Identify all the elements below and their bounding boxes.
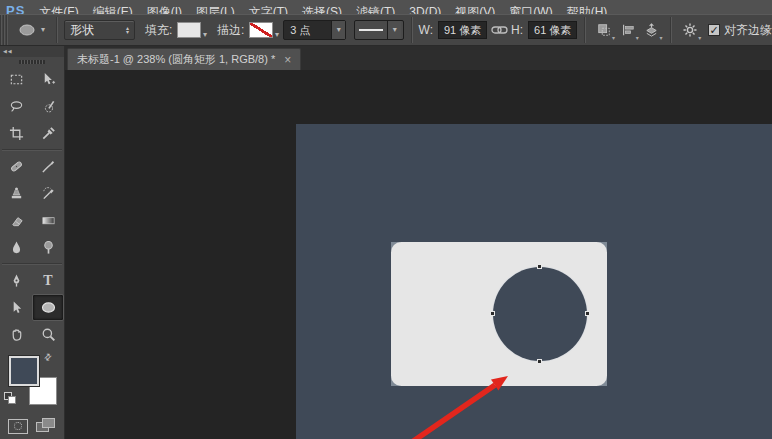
pasteboard [65,70,772,439]
move-tool[interactable] [32,66,64,93]
crop-tool[interactable] [0,120,32,147]
path-operations-button[interactable]: ▾ [594,19,614,41]
foreground-color-swatch[interactable] [9,356,39,386]
zoom-tool[interactable] [32,321,64,348]
lasso-icon [9,99,24,114]
eyedropper-tool[interactable] [32,120,64,147]
path-operations-icon [597,23,611,37]
rectangular-marquee-tool[interactable] [0,66,32,93]
chevron-down-icon: ▾ [41,26,45,34]
marquee-icon [9,72,24,87]
spot-healing-brush-tool[interactable] [0,153,32,180]
type-tool-icon: T [43,273,52,289]
fill-label: 填充: [145,22,172,39]
menu-edit[interactable]: 编辑(E) [93,6,133,14]
document-tab[interactable]: 未标题-1 @ 238% (圆角矩形 1, RGB/8) * × [67,48,301,70]
default-colors-icon[interactable] [4,392,16,404]
brush-icon [41,159,56,174]
stroke-type-combo[interactable]: ▾ [354,20,403,40]
document-tab-bar: 未标题-1 @ 238% (圆角矩形 1, RGB/8) * × [65,46,772,70]
menu-view[interactable]: 视图(V) [455,6,495,14]
quick-selection-tool[interactable] [32,93,64,120]
path-arrangement-button[interactable]: ▾ [642,19,662,41]
water-drop-icon [9,240,24,255]
menu-layer[interactable]: 图层(L) [196,6,235,14]
tool-options-bar: ▾ 形状 ▴▾ 填充: ▾ 描边: ▾ 3 点 ▾ ▾ W: [0,14,772,46]
menu-filter[interactable]: 滤镜(T) [356,6,395,14]
ellipse-icon [40,300,57,315]
tools-panel: ◀◀ [0,46,65,439]
menu-type[interactable]: 文字(T) [249,6,288,14]
geometry-options-button[interactable]: ▾ [680,19,700,41]
chevron-down-icon[interactable]: ▾ [275,31,279,39]
tool-mode-select[interactable]: 形状 ▴▾ [64,20,135,40]
divider [56,17,57,43]
eraser-tool[interactable] [0,207,32,234]
history-brush-tool[interactable] [32,180,64,207]
divider [411,17,412,43]
screen-mode-button[interactable] [36,418,56,434]
stroke-color-swatch[interactable] [249,22,273,38]
dodge-tool[interactable] [32,234,64,261]
stroke-width-dropdown-button[interactable]: ▾ [331,21,345,39]
width-label: W: [419,23,433,37]
chevron-down-icon[interactable]: ▾ [203,31,207,39]
quick-selection-icon [41,99,56,114]
hand-tool[interactable] [0,321,32,348]
tool-mode-value: 形状 [70,22,94,39]
crop-icon [9,126,24,141]
stroke-label: 描边: [217,22,244,39]
tool-separator [2,149,62,151]
type-tool[interactable]: T [32,267,64,294]
clone-stamp-tool[interactable] [0,180,32,207]
blur-tool[interactable] [0,234,32,261]
gradient-tool[interactable] [32,207,64,234]
hand-icon [9,327,24,342]
document-canvas[interactable] [296,124,772,439]
align-icon [621,23,635,37]
panel-grip[interactable] [19,60,45,64]
red-annotation-arrow [296,124,772,439]
quick-mask-button[interactable] [8,419,28,434]
shape-width-input[interactable]: 91 像素 [438,21,487,39]
menu-image[interactable]: 图像(I) [147,6,182,14]
selection-arrow-icon [9,300,24,315]
link-dimensions-button[interactable] [489,19,509,41]
stroke-width-combo[interactable]: 3 点 ▾ [283,20,346,40]
lasso-tool[interactable] [0,93,32,120]
path-alignment-button[interactable]: ▾ [618,19,638,41]
pen-tool[interactable] [0,267,32,294]
photoshop-window: PS 文件(F) 编辑(E) 图像(I) 图层(L) 文字(T) 选择(S) 滤… [0,0,772,439]
collapse-panel-button[interactable]: ◀◀ [0,46,64,57]
path-selection-tool[interactable] [0,294,32,321]
move-cursor-icon [41,72,56,87]
chevron-down-icon: ▾ [612,35,615,41]
stroke-width-value: 3 点 [284,23,331,38]
menu-3d[interactable]: 3D(D) [409,6,441,14]
eyedropper-icon [41,126,56,141]
swap-colors-icon[interactable]: ⇄ [42,351,54,363]
menu-select[interactable]: 选择(S) [302,6,342,14]
menu-window[interactable]: 窗口(W) [509,6,552,14]
updown-arrows-icon: ▴▾ [126,26,129,34]
align-edges-label: 对齐边缘 [724,22,772,39]
options-bar-grip[interactable] [0,15,8,45]
magnifier-icon [41,327,56,342]
chevron-down-icon: ▾ [659,35,662,41]
chevron-down-icon: ▾ [393,26,397,34]
height-label: H: [511,23,523,37]
tool-preset-picker[interactable]: ▾ [16,22,45,38]
brush-tool[interactable] [32,153,64,180]
align-edges-checkbox[interactable]: ✓ [708,24,720,36]
tool-separator [2,263,62,265]
stroke-type-dropdown-button[interactable]: ▾ [387,21,401,39]
menu-file[interactable]: 文件(F) [39,6,78,14]
ellipse-tool[interactable] [32,294,64,321]
close-tab-icon[interactable]: × [284,54,291,66]
shape-height-input[interactable]: 61 像素 [528,21,577,39]
fill-color-swatch[interactable] [177,22,201,38]
chevron-down-icon: ▾ [698,35,701,41]
menu-bar: PS 文件(F) 编辑(E) 图像(I) 图层(L) 文字(T) 选择(S) 滤… [0,0,772,14]
bandage-icon [9,159,24,174]
menu-help[interactable]: 帮助(H) [567,6,608,14]
